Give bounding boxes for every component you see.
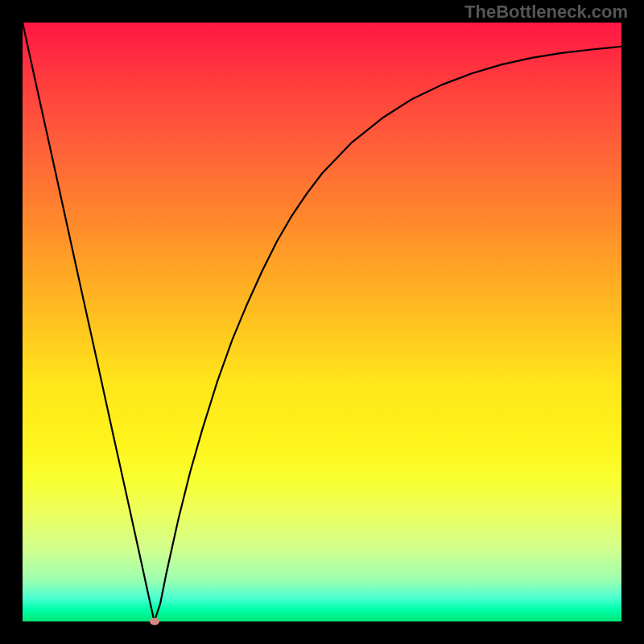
chart-plot-area bbox=[23, 23, 621, 621]
watermark-text: TheBottleneck.com bbox=[464, 2, 628, 23]
chart-marker bbox=[150, 618, 159, 625]
chart-curve bbox=[23, 23, 621, 621]
